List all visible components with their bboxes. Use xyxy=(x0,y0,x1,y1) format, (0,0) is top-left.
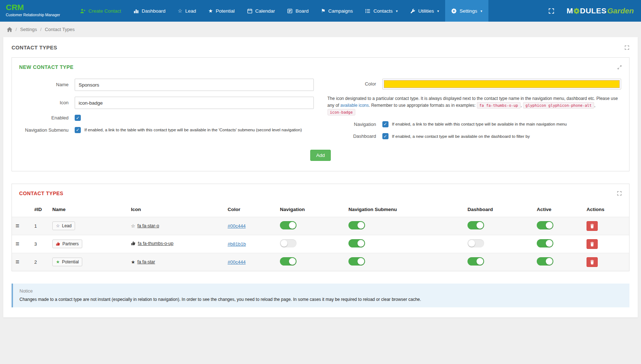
logo-text: M xyxy=(567,6,573,15)
navigation-toggle[interactable] xyxy=(280,221,297,229)
drag-handle-icon[interactable]: ≡ xyxy=(16,240,19,247)
column-header-navigation-submenu: Navigation Submenu xyxy=(345,202,464,217)
content-card: CONTACT TYPES NEW CONTACT TYPE Name Icon xyxy=(3,37,638,317)
icon-input[interactable] xyxy=(75,97,314,109)
breadcrumb-settings[interactable]: Settings xyxy=(20,27,37,32)
nav-item-campaigns[interactable]: ⚑ Campaigns xyxy=(315,0,359,22)
chevron-down-icon: ▾ xyxy=(437,9,439,13)
nav-item-contacts[interactable]: Contacts ▾ xyxy=(359,0,404,22)
nav-item-utilities[interactable]: Utilities ▾ xyxy=(404,0,445,22)
navigation-toggle[interactable] xyxy=(280,239,297,247)
check-icon: ✓ xyxy=(383,122,387,126)
icon-example-code: fa fa-thumbs-o-up xyxy=(477,102,521,109)
navigation-submenu-toggle[interactable] xyxy=(348,221,365,229)
color-value-link[interactable]: #00c444 xyxy=(228,223,246,229)
icon-help-part2: . Remember to use appropriate formats as… xyxy=(369,103,477,108)
nav-item-lead[interactable]: ☆ Lead xyxy=(172,0,202,22)
modulesgarden-logo[interactable]: M DULES Garden xyxy=(567,6,634,15)
star-icon: ★ xyxy=(208,8,213,13)
dashboard-toggle[interactable] xyxy=(467,257,484,266)
color-value-link[interactable]: #00c444 xyxy=(228,259,246,265)
column-header-drag xyxy=(12,202,31,217)
column-header-actions: Actions xyxy=(583,202,629,217)
check-icon: ✓ xyxy=(76,116,79,120)
nav-item-create-contact[interactable]: Create Contact xyxy=(74,0,127,22)
delete-button[interactable] xyxy=(587,257,598,267)
thumbs-up-icon xyxy=(56,242,60,246)
drag-handle-icon[interactable]: ≡ xyxy=(16,222,19,229)
add-button[interactable]: Add xyxy=(310,150,330,161)
panel-title-new-contact-type: NEW CONTACT TYPE xyxy=(19,64,74,70)
nav-item-label: Contacts xyxy=(373,8,392,14)
icon-example-code: icon-badge xyxy=(328,109,355,115)
brand-title: CRM xyxy=(6,3,74,12)
chevron-down-icon: ▾ xyxy=(480,9,482,13)
icon-class-text: fa fa-star xyxy=(137,259,155,264)
contact-types-panel: CONTACT TYPES #ID Name Icon Color Naviga… xyxy=(12,184,629,271)
table-header-row: #ID Name Icon Color Navigation Navigatio… xyxy=(12,202,629,217)
column-header-color: Color xyxy=(224,202,276,217)
column-header-dashboard: Dashboard xyxy=(464,202,533,217)
nav-item-label: Dashboard xyxy=(142,8,166,14)
home-icon[interactable] xyxy=(7,27,12,32)
tools-icon xyxy=(410,8,416,14)
trash-icon xyxy=(590,224,594,228)
list-icon xyxy=(365,8,370,14)
nav-item-settings[interactable]: Settings ▾ xyxy=(445,0,488,22)
nav-item-dashboard[interactable]: Dashboard xyxy=(127,0,172,22)
brand[interactable]: CRM Customer Relationship Manager xyxy=(0,0,74,22)
logo-text-garden: Garden xyxy=(607,6,634,15)
dashboard-toggle[interactable] xyxy=(467,239,484,247)
row-id: 3 xyxy=(31,235,49,253)
dashboard-toggle[interactable] xyxy=(467,221,484,229)
nav-item-label: Utilities xyxy=(418,8,434,14)
breadcrumb-separator: / xyxy=(16,27,17,32)
nav-item-potential[interactable]: ★ Potential xyxy=(202,0,241,22)
color-input[interactable] xyxy=(382,79,622,89)
nav-item-board[interactable]: Board xyxy=(281,0,315,22)
calendar-icon xyxy=(247,8,253,14)
color-value-link[interactable]: #b81b1b xyxy=(228,241,246,247)
enabled-checkbox[interactable]: ✓ xyxy=(75,115,81,121)
top-navbar: CRM Customer Relationship Manager Create… xyxy=(0,0,641,22)
contact-type-name: Potential xyxy=(62,259,79,264)
navigation-submenu-label: Navigation Submenu xyxy=(20,127,75,133)
expand-icon[interactable] xyxy=(624,45,629,50)
name-input[interactable] xyxy=(75,79,314,91)
contact-type-name: Partners xyxy=(62,241,79,246)
collapse-icon[interactable] xyxy=(617,65,622,70)
contact-types-table: #ID Name Icon Color Navigation Navigatio… xyxy=(12,202,629,271)
navigation-submenu-checkbox[interactable]: ✓ xyxy=(75,127,81,133)
delete-button[interactable] xyxy=(587,239,598,249)
breadcrumb: / Settings / Contact Types xyxy=(0,22,641,37)
gear-logo-icon xyxy=(574,8,580,14)
nav-item-calendar[interactable]: Calendar xyxy=(241,0,281,22)
delete-button[interactable] xyxy=(587,221,598,231)
nav-item-label: Potential xyxy=(216,8,235,14)
icon-label: Icon xyxy=(20,100,75,106)
nav-item-label: Lead xyxy=(185,8,196,14)
contact-type-badge: ★ Potential xyxy=(52,258,82,266)
drag-handle-icon[interactable]: ≡ xyxy=(16,258,19,266)
navigation-toggle[interactable] xyxy=(280,257,297,266)
navigation-checkbox[interactable]: ✓ xyxy=(382,121,388,127)
available-icons-link[interactable]: available icons xyxy=(341,103,369,108)
row-id: 2 xyxy=(31,253,49,271)
fullscreen-icon[interactable] xyxy=(548,8,554,14)
icon-value[interactable]: fa fa-thumbs-o-up xyxy=(131,241,174,246)
nav-item-label: Settings xyxy=(460,8,477,14)
active-toggle[interactable] xyxy=(537,221,553,229)
active-toggle[interactable] xyxy=(537,257,553,266)
dashboard-checkbox[interactable]: ✓ xyxy=(382,133,388,139)
color-swatch xyxy=(384,80,620,88)
breadcrumb-contact-types[interactable]: Contact Types xyxy=(45,27,75,32)
contact-type-name: Lead xyxy=(62,223,72,228)
icon-value[interactable]: ☆ fa fa-star-o xyxy=(131,223,159,228)
icon-value[interactable]: ★ fa fa-star xyxy=(131,259,155,264)
chevron-down-icon: ▾ xyxy=(396,9,398,13)
expand-icon[interactable] xyxy=(617,191,622,196)
bar-chart-icon xyxy=(133,8,139,14)
navigation-submenu-toggle[interactable] xyxy=(348,239,365,247)
navigation-submenu-toggle[interactable] xyxy=(348,257,365,266)
active-toggle[interactable] xyxy=(537,239,553,247)
